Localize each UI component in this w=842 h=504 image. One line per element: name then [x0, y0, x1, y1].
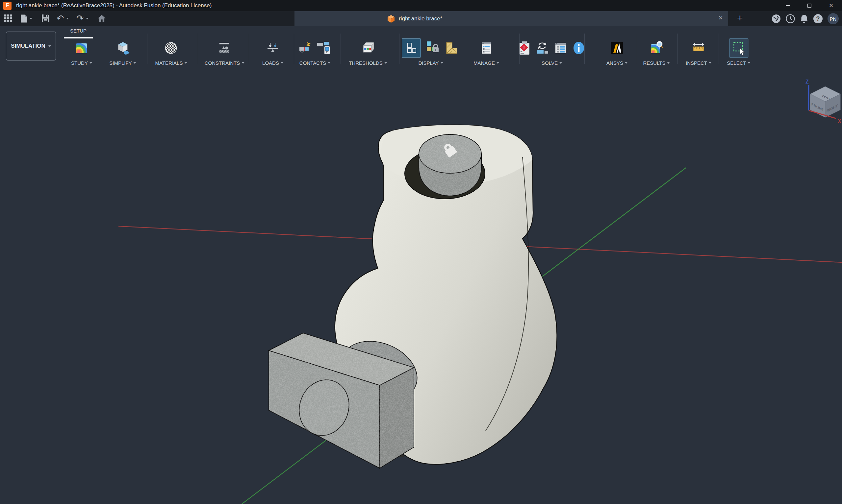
chevron-down-icon — [384, 62, 387, 64]
chevron-down-icon — [441, 62, 443, 64]
ribbon-group-constraints[interactable]: CONSTRAINTS — [205, 37, 244, 66]
select-tool-button[interactable] — [729, 38, 748, 57]
file-icon — [20, 14, 28, 23]
maximize-button[interactable] — [799, 0, 820, 11]
avatar[interactable]: PN — [827, 13, 839, 24]
study-icon[interactable] — [74, 40, 89, 56]
undo-button[interactable]: ↶ — [57, 14, 69, 23]
solve-sync-icon[interactable] — [534, 40, 550, 56]
close-button[interactable]: × — [820, 0, 842, 11]
ribbon-separator — [459, 34, 459, 64]
minimize-button[interactable] — [777, 0, 799, 11]
document-tab-title: right ankle brace* — [399, 15, 442, 22]
ribbon-separator — [678, 34, 678, 64]
window-title: right ankle brace* (ReActiveBrace2025) -… — [16, 2, 212, 9]
chevron-down-icon — [709, 62, 712, 64]
solve-details-icon[interactable] — [553, 40, 568, 56]
ribbon-separator — [584, 34, 585, 64]
contact-manager-icon[interactable] — [317, 40, 332, 56]
ribbon-separator — [198, 34, 198, 64]
ribbon-group-manage[interactable]: MANAGE — [473, 37, 499, 66]
home-view-button[interactable] — [98, 14, 106, 23]
dof-view-icon — [403, 40, 419, 56]
simplify-icon[interactable] — [115, 40, 130, 56]
group-label: SOLVE — [542, 60, 558, 66]
chevron-down-icon — [496, 62, 499, 64]
chevron-down-icon — [66, 18, 69, 19]
tab-setup[interactable]: SETUP — [64, 28, 93, 34]
minimize-icon — [786, 5, 790, 6]
ribbon-separator — [719, 34, 719, 64]
ribbon-group-thresholds[interactable]: THRESHOLDS — [349, 37, 387, 66]
inspect-icon[interactable] — [691, 40, 706, 56]
extensions-icon[interactable] — [772, 14, 781, 23]
manage-icon[interactable] — [478, 40, 494, 56]
document-tab[interactable]: right ankle brace* × — [295, 11, 728, 26]
close-tab-icon[interactable]: × — [719, 14, 723, 22]
ribbon-group-study[interactable]: STUDY — [71, 37, 92, 66]
svg-text:!: ! — [524, 45, 525, 50]
ribbon-separator — [294, 34, 294, 64]
chevron-down-icon — [134, 62, 136, 64]
job-status-clock-icon[interactable] — [786, 14, 795, 23]
chevron-down-icon — [184, 62, 187, 64]
file-menu-button[interactable] — [20, 14, 32, 23]
ansys-icon[interactable] — [609, 40, 625, 56]
display-dof-view-button[interactable] — [402, 38, 421, 57]
chevron-down-icon — [48, 46, 51, 47]
ribbon-group-results[interactable]: RESULTS — [643, 37, 670, 66]
group-label: THRESHOLDS — [349, 60, 383, 66]
ribbon-group-contacts[interactable]: CONTACTS — [298, 37, 332, 66]
ribbon-toolbar: SIMULATION SETUP STUDY SIMPLIFY — [0, 26, 842, 70]
home-icon — [98, 14, 106, 23]
titlebar: F right ankle brace* (ReActiveBrace2025)… — [0, 0, 842, 11]
chevron-down-icon — [625, 62, 628, 64]
ribbon-group-simplify[interactable]: SIMPLIFY — [109, 37, 136, 66]
redo-icon: ↷ — [76, 14, 84, 23]
chevron-down-icon — [89, 62, 92, 64]
undo-icon: ↶ — [57, 14, 64, 23]
grid-icon — [4, 14, 12, 22]
group-label: SIMPLIFY — [109, 60, 131, 66]
display-mesh-icon[interactable] — [443, 40, 460, 56]
display-lock-state-icon[interactable] — [423, 39, 441, 57]
group-label: STUDY — [71, 60, 88, 66]
data-panel-toggle[interactable] — [4, 14, 12, 22]
save-button[interactable] — [41, 14, 50, 22]
redo-button[interactable]: ↷ — [76, 14, 88, 23]
materials-icon[interactable] — [163, 40, 179, 56]
results-icon[interactable] — [649, 40, 664, 56]
constraints-icon[interactable] — [216, 40, 232, 56]
notifications-bell-icon[interactable] — [800, 14, 808, 23]
quick-access-toolbar: right ankle brace* × + ↶ ↷ — [0, 11, 842, 26]
group-label: SELECT — [727, 60, 746, 66]
3d-viewport[interactable] — [0, 70, 842, 504]
help-icon[interactable]: ? — [813, 14, 823, 23]
group-label: CONTACTS — [299, 60, 326, 66]
ribbon-group-ansys[interactable]: ANSYS — [607, 37, 628, 66]
pre-check-icon[interactable]: ! — [517, 40, 532, 56]
ribbon-group-materials[interactable]: MATERIALS — [155, 37, 187, 66]
ribbon-separator — [637, 34, 637, 64]
close-icon: × — [829, 2, 834, 9]
contacts-icon[interactable] — [298, 40, 314, 56]
group-label: LOADS — [262, 60, 279, 66]
group-label: CONSTRAINTS — [205, 60, 240, 66]
ribbon-group-display[interactable]: DISPLAY — [402, 37, 460, 66]
chevron-down-icon — [667, 62, 670, 64]
group-label: MATERIALS — [155, 60, 183, 66]
workspace-label: SIMULATION — [11, 43, 46, 49]
save-icon — [41, 14, 50, 22]
new-tab-button[interactable]: + — [737, 13, 743, 24]
ribbon-separator — [340, 34, 341, 64]
ribbon-group-solve[interactable]: ! — [517, 37, 586, 66]
thresholds-icon[interactable] — [360, 40, 376, 56]
loads-icon[interactable] — [265, 40, 281, 56]
workspace-switcher[interactable]: SIMULATION — [6, 32, 56, 60]
ribbon-group-loads[interactable]: LOADS — [262, 37, 283, 66]
ribbon-group-select[interactable]: SELECT — [727, 37, 750, 66]
ribbon-group-inspect[interactable]: INSPECT — [686, 37, 712, 66]
select-icon — [731, 40, 747, 56]
document-cube-icon — [387, 15, 395, 23]
avatar-initials: PN — [830, 16, 837, 22]
